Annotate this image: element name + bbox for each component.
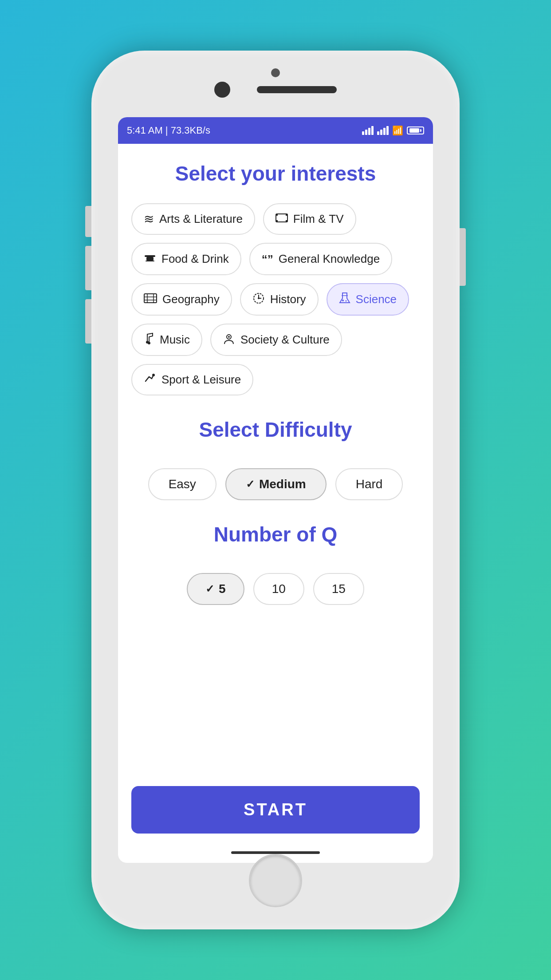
sig1-bar2: [365, 130, 367, 135]
difficulty-section: Select Difficulty Easy ✓ Medium Hard: [131, 418, 420, 500]
battery-icon: [407, 126, 424, 134]
chip-history-label: History: [270, 292, 306, 306]
chip-arts-label: Arts & Literature: [159, 212, 243, 226]
battery-level: [409, 128, 419, 133]
svg-rect-1: [276, 214, 278, 216]
chip-film[interactable]: Film & TV: [263, 203, 356, 235]
number-10-label: 10: [272, 582, 286, 596]
difficulty-easy[interactable]: Easy: [148, 468, 216, 500]
speaker-bar: [257, 86, 337, 93]
arts-icon: ≋: [144, 213, 154, 225]
svg-point-14: [342, 300, 344, 301]
difficulty-medium-label: Medium: [259, 477, 306, 491]
music-icon: [144, 332, 154, 347]
chip-sport[interactable]: Sport & Leisure: [131, 364, 253, 395]
sport-icon: [144, 373, 156, 386]
sig1-bar4: [371, 126, 374, 135]
chip-society-label: Society & Culture: [240, 333, 330, 347]
chip-food-label: Food & Drink: [161, 252, 229, 266]
sig1-bar1: [362, 131, 364, 135]
svg-rect-2: [286, 214, 287, 216]
chip-science[interactable]: Science: [327, 283, 409, 316]
society-icon: [223, 332, 235, 347]
difficulty-hard-label: Hard: [356, 477, 383, 491]
interests-grid: ≋ Arts & Literature Film & TV: [131, 203, 420, 395]
difficulty-hard[interactable]: Hard: [335, 468, 403, 500]
sig2-bar2: [380, 130, 382, 135]
svg-rect-5: [145, 255, 155, 257]
sig2-bar1: [377, 131, 379, 135]
signal-bars-2: [377, 126, 389, 135]
start-button[interactable]: START: [131, 786, 420, 834]
difficulty-easy-label: Easy: [169, 477, 196, 491]
sig2-bar4: [386, 126, 389, 135]
status-right: 📶: [362, 125, 424, 136]
status-bar: 5:41 AM | 73.3KB/s 📶: [118, 117, 433, 144]
phone-notch: [214, 68, 337, 98]
chip-music-label: Music: [160, 333, 190, 347]
volume-up-button: [85, 246, 91, 290]
chip-music[interactable]: Music: [131, 324, 202, 356]
chip-general[interactable]: “” General Knowledge: [249, 243, 392, 275]
number-5[interactable]: ✓ 5: [187, 573, 244, 605]
svg-rect-8: [144, 294, 157, 303]
svg-rect-7: [146, 261, 154, 261]
difficulty-medium[interactable]: ✓ Medium: [225, 468, 327, 500]
number-15[interactable]: 15: [313, 573, 364, 605]
svg-point-19: [228, 336, 230, 338]
number-options: ✓ 5 10 15: [187, 573, 364, 605]
number-10[interactable]: 10: [253, 573, 304, 605]
number-15-label: 15: [332, 582, 346, 596]
svg-point-15: [345, 300, 346, 302]
interests-title: Select your interests: [175, 162, 376, 186]
svg-point-17: [148, 342, 150, 344]
chip-history[interactable]: History: [240, 283, 319, 316]
difficulty-title: Select Difficulty: [199, 418, 352, 442]
phone-screen: 5:41 AM | 73.3KB/s 📶: [118, 117, 433, 863]
signal-bars-1: [362, 126, 374, 135]
wifi-icon: 📶: [392, 125, 403, 136]
svg-rect-3: [276, 220, 278, 222]
chip-film-label: Film & TV: [293, 212, 344, 226]
sig1-bar3: [368, 128, 370, 135]
number-section: Number of Q ✓ 5 10 15: [131, 522, 420, 605]
general-icon: “”: [262, 253, 273, 265]
sig2-bar3: [383, 128, 386, 135]
home-button[interactable]: [249, 854, 302, 907]
power-button-area: [460, 228, 466, 286]
volume-buttons: [85, 206, 91, 344]
food-icon: [144, 252, 156, 266]
svg-rect-6: [146, 257, 153, 261]
chip-society[interactable]: Society & Culture: [210, 324, 342, 356]
difficulty-options: Easy ✓ Medium Hard: [148, 468, 403, 500]
scroll-content[interactable]: Select your interests ≋ Arts & Literatur…: [118, 144, 433, 786]
chip-science-label: Science: [356, 292, 397, 306]
check-medium-icon: ✓: [246, 478, 255, 490]
number-5-label: 5: [219, 582, 226, 596]
chip-sport-label: Sport & Leisure: [161, 373, 241, 387]
start-btn-container: START: [118, 786, 433, 851]
svg-point-20: [152, 374, 155, 376]
mute-button: [85, 206, 91, 237]
geography-icon: [144, 292, 157, 306]
history-icon: [252, 292, 265, 307]
front-camera: [214, 82, 230, 98]
camera-dot: [271, 68, 280, 77]
chip-food[interactable]: Food & Drink: [131, 243, 241, 275]
number-title: Number of Q: [214, 522, 338, 546]
science-icon: [339, 292, 350, 307]
chip-arts[interactable]: ≋ Arts & Literature: [131, 203, 255, 235]
chip-general-label: General Knowledge: [279, 252, 380, 266]
phone-frame: 5:41 AM | 73.3KB/s 📶: [91, 51, 460, 929]
battery-tip: [420, 129, 421, 132]
chip-geography[interactable]: Geography: [131, 283, 232, 316]
chip-geography-label: Geography: [162, 292, 220, 306]
film-icon: [276, 213, 288, 225]
check-5-icon: ✓: [205, 583, 214, 595]
volume-down-button: [85, 299, 91, 344]
status-time: 5:41 AM | 73.3KB/s: [127, 125, 210, 136]
svg-rect-4: [286, 220, 287, 222]
power-button: [460, 228, 466, 286]
